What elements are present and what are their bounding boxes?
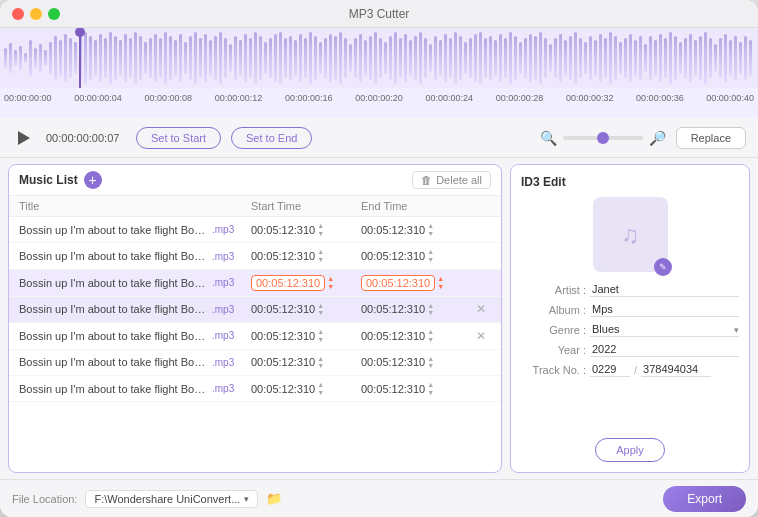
svg-rect-149 — [744, 36, 747, 80]
album-art[interactable]: ♫ ✎ — [593, 197, 668, 272]
end-time-spinners[interactable]: ▲ ▼ — [427, 248, 434, 263]
svg-rect-39 — [194, 32, 197, 84]
col-actions — [471, 200, 491, 212]
set-to-start-button[interactable]: Set to Start — [136, 127, 221, 149]
end-time-value[interactable]: 00:05:12:310 — [361, 224, 425, 236]
replace-button[interactable]: Replace — [676, 127, 746, 149]
svg-rect-79 — [394, 32, 397, 84]
table-row: Bossin up I'm about to take flight Bossi… — [9, 217, 501, 243]
svg-rect-37 — [184, 42, 187, 74]
folder-icon[interactable]: 📁 — [266, 491, 282, 506]
svg-rect-5 — [24, 53, 27, 63]
svg-rect-83 — [414, 36, 417, 80]
bottom-bar: File Location: F:\Wondershare UniConvert… — [0, 479, 758, 517]
spin-down[interactable]: ▼ — [317, 230, 324, 238]
svg-rect-78 — [389, 36, 392, 80]
genre-select[interactable]: Blues Rock Pop Jazz — [590, 322, 739, 337]
end-time-value[interactable]: 00:05:12:310 — [361, 383, 425, 395]
trash-icon: 🗑 — [421, 174, 432, 186]
start-time-spinners[interactable]: ▲ ▼ — [317, 248, 324, 263]
svg-rect-136 — [679, 42, 682, 74]
svg-rect-130 — [649, 36, 652, 80]
end-time-cell: 00:05:12:310 ▲ ▼ — [361, 248, 471, 263]
apply-button[interactable]: Apply — [595, 438, 665, 462]
end-time-value[interactable]: 00:05:12:310 — [361, 356, 425, 368]
start-time-value[interactable]: 00:05:12:310 — [251, 330, 315, 342]
album-input[interactable] — [590, 302, 739, 317]
start-time-spinners[interactable]: ▲ ▼ — [317, 355, 324, 370]
svg-rect-140 — [699, 36, 702, 80]
track-number-group: / — [590, 362, 711, 377]
end-time-cell: 00:05:12:310 ▲ ▼ — [361, 355, 471, 370]
svg-rect-51 — [254, 32, 257, 84]
file-ext: .mp3 — [212, 251, 234, 262]
end-time-spinners[interactable]: ▲ ▼ — [427, 302, 434, 317]
zoom-out-icon[interactable]: 🔍 — [540, 130, 557, 146]
timeline-marker-2: 00:00:00:08 — [144, 93, 192, 103]
svg-rect-77 — [384, 42, 387, 74]
svg-rect-88 — [439, 40, 442, 76]
svg-rect-36 — [179, 34, 182, 82]
genre-label: Genre : — [521, 324, 586, 336]
start-time-spinners[interactable]: ▲ ▼ — [317, 328, 324, 343]
delete-all-button[interactable]: 🗑 Delete all — [412, 171, 491, 189]
start-time-value[interactable]: 00:05:12:310 — [251, 383, 315, 395]
start-time-spinners[interactable]: ▲ ▼ — [317, 222, 324, 237]
row-delete-button[interactable]: ✕ — [471, 302, 491, 316]
file-ext: .mp3 — [212, 224, 234, 235]
start-time-spinners[interactable]: ▲ ▼ — [327, 275, 334, 290]
svg-rect-50 — [249, 38, 252, 78]
start-time-spinners[interactable]: ▲ ▼ — [317, 381, 324, 396]
add-track-button[interactable]: + — [84, 171, 102, 189]
track-total-input[interactable] — [641, 362, 711, 377]
svg-rect-26 — [129, 38, 132, 78]
artist-input[interactable] — [590, 282, 739, 297]
spin-up[interactable]: ▲ — [427, 222, 434, 230]
svg-rect-99 — [494, 40, 497, 76]
end-time-spinners[interactable]: ▲ ▼ — [427, 355, 434, 370]
id3-fields: Artist : Album : Genre : Blues Rock Pop … — [521, 282, 739, 430]
track-number-input[interactable] — [590, 362, 630, 377]
play-button[interactable] — [12, 126, 36, 150]
svg-rect-127 — [634, 40, 637, 76]
minimize-button[interactable] — [30, 8, 42, 20]
controls-bar: 00:00:00:00:07 Set to Start Set to End 🔍… — [0, 118, 758, 158]
end-time-spinners[interactable]: ▲ ▼ — [427, 381, 434, 396]
start-time-cell: 00:05:12:310 ▲ ▼ — [251, 222, 361, 237]
end-time-spinners[interactable]: ▲ ▼ — [437, 275, 444, 290]
waveform-area[interactable]: 00:00:00:00 00:00:00:04 00:00:00:08 00:0… — [0, 28, 758, 118]
svg-rect-105 — [524, 38, 527, 78]
waveform-canvas[interactable] — [0, 28, 758, 93]
id3-panel-title: ID3 Edit — [521, 175, 739, 189]
set-to-end-button[interactable]: Set to End — [231, 127, 312, 149]
file-location-select[interactable]: F:\Wondershare UniConvert... ▾ — [85, 490, 258, 508]
row-delete-button[interactable]: ✕ — [471, 329, 491, 343]
start-time-spinners[interactable]: ▲ ▼ — [317, 302, 324, 317]
svg-rect-148 — [739, 42, 742, 74]
end-time-spinners[interactable]: ▲ ▼ — [427, 328, 434, 343]
start-time-value[interactable]: 00:05:12:310 — [251, 275, 325, 291]
end-time-spinners[interactable]: ▲ ▼ — [427, 222, 434, 237]
music-panel-header: Music List + 🗑 Delete all — [9, 165, 501, 196]
start-time-value[interactable]: 00:05:12:310 — [251, 356, 315, 368]
start-time-value[interactable]: 00:05:12:310 — [251, 303, 315, 315]
svg-rect-80 — [399, 38, 402, 78]
timeline-marker-3: 00:00:00:12 — [215, 93, 263, 103]
zoom-in-icon[interactable]: 🔎 — [649, 130, 666, 146]
end-time-value[interactable]: 00:05:12:310 — [361, 275, 435, 291]
start-time-value[interactable]: 00:05:12:310 — [251, 224, 315, 236]
col-title: Title — [19, 200, 251, 212]
edit-art-button[interactable]: ✎ — [654, 258, 672, 276]
end-time-value[interactable]: 00:05:12:310 — [361, 330, 425, 342]
zoom-slider[interactable] — [563, 136, 643, 140]
end-time-value[interactable]: 00:05:12:310 — [361, 303, 425, 315]
start-time-value[interactable]: 00:05:12:310 — [251, 250, 315, 262]
close-button[interactable] — [12, 8, 24, 20]
maximize-button[interactable] — [48, 8, 60, 20]
spin-down[interactable]: ▼ — [427, 230, 434, 238]
spin-up[interactable]: ▲ — [317, 222, 324, 230]
col-start-time: Start Time — [251, 200, 361, 212]
year-input[interactable] — [590, 342, 739, 357]
end-time-value[interactable]: 00:05:12:310 — [361, 250, 425, 262]
export-button[interactable]: Export — [663, 486, 746, 512]
